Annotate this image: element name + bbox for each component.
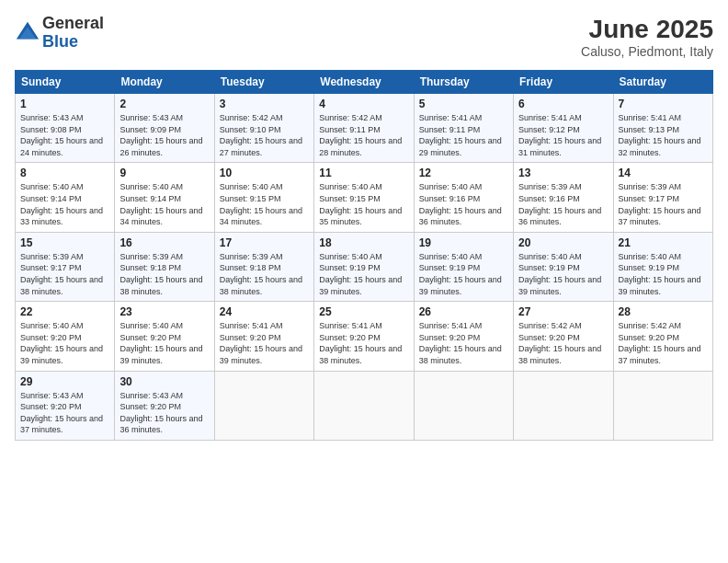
day-number: 21 bbox=[619, 236, 708, 249]
day-info: Sunrise: 5:41 AMSunset: 9:13 PMDaylight:… bbox=[619, 113, 701, 157]
day-number: 16 bbox=[119, 236, 209, 249]
day-number: 29 bbox=[20, 375, 109, 388]
day-info: Sunrise: 5:39 AMSunset: 9:18 PMDaylight:… bbox=[220, 252, 302, 296]
table-row: 1 Sunrise: 5:43 AMSunset: 9:08 PMDayligh… bbox=[16, 94, 115, 163]
logo: General Blue bbox=[15, 15, 104, 52]
table-row: 21 Sunrise: 5:40 AMSunset: 9:19 PMDaylig… bbox=[613, 232, 712, 301]
day-number: 13 bbox=[518, 167, 608, 179]
day-info: Sunrise: 5:42 AMSunset: 9:10 PMDaylight:… bbox=[220, 113, 302, 157]
day-number: 12 bbox=[419, 167, 508, 179]
day-number: 6 bbox=[518, 98, 608, 110]
calendar: Sunday Monday Tuesday Wednesday Thursday… bbox=[15, 70, 713, 441]
day-number: 19 bbox=[419, 236, 508, 249]
day-number: 17 bbox=[220, 236, 309, 249]
calendar-week-row: 29 Sunrise: 5:43 AMSunset: 9:20 PMDaylig… bbox=[16, 371, 713, 440]
logo-text: General Blue bbox=[42, 15, 104, 52]
table-row: 11 Sunrise: 5:40 AMSunset: 9:15 PMDaylig… bbox=[314, 163, 414, 232]
table-row: 20 Sunrise: 5:40 AMSunset: 9:19 PMDaylig… bbox=[514, 232, 613, 301]
day-number: 28 bbox=[619, 305, 708, 318]
day-info: Sunrise: 5:42 AMSunset: 9:20 PMDaylight:… bbox=[518, 321, 601, 365]
col-tuesday: Tuesday bbox=[214, 71, 313, 94]
day-number: 22 bbox=[20, 305, 109, 318]
day-info: Sunrise: 5:40 AMSunset: 9:20 PMDaylight:… bbox=[119, 321, 202, 365]
table-row: 28 Sunrise: 5:42 AMSunset: 9:20 PMDaylig… bbox=[613, 302, 712, 371]
day-number: 14 bbox=[619, 167, 708, 179]
table-row: 5 Sunrise: 5:41 AMSunset: 9:11 PMDayligh… bbox=[414, 94, 513, 163]
day-number: 4 bbox=[319, 98, 408, 110]
calendar-header-row: Sunday Monday Tuesday Wednesday Thursday… bbox=[16, 71, 713, 94]
table-row bbox=[214, 371, 313, 440]
table-row: 23 Sunrise: 5:40 AMSunset: 9:20 PMDaylig… bbox=[115, 302, 214, 371]
table-row: 15 Sunrise: 5:39 AMSunset: 9:17 PMDaylig… bbox=[16, 232, 115, 301]
table-row: 24 Sunrise: 5:41 AMSunset: 9:20 PMDaylig… bbox=[214, 302, 313, 371]
day-number: 20 bbox=[518, 236, 608, 249]
table-row: 16 Sunrise: 5:39 AMSunset: 9:18 PMDaylig… bbox=[115, 232, 214, 301]
location: Caluso, Piedmont, Italy bbox=[581, 44, 713, 59]
table-row bbox=[514, 371, 613, 440]
table-row: 30 Sunrise: 5:43 AMSunset: 9:20 PMDaylig… bbox=[115, 371, 214, 440]
day-number: 5 bbox=[419, 98, 508, 110]
day-info: Sunrise: 5:40 AMSunset: 9:19 PMDaylight:… bbox=[419, 252, 502, 296]
table-row bbox=[414, 371, 513, 440]
calendar-week-row: 22 Sunrise: 5:40 AMSunset: 9:20 PMDaylig… bbox=[16, 302, 713, 371]
col-monday: Monday bbox=[115, 71, 214, 94]
day-number: 18 bbox=[319, 236, 408, 249]
page: General Blue June 2025 Caluso, Piedmont,… bbox=[0, 0, 728, 563]
calendar-week-row: 8 Sunrise: 5:40 AMSunset: 9:14 PMDayligh… bbox=[16, 163, 713, 232]
day-info: Sunrise: 5:40 AMSunset: 9:14 PMDaylight:… bbox=[20, 182, 103, 226]
col-thursday: Thursday bbox=[414, 71, 513, 94]
day-info: Sunrise: 5:40 AMSunset: 9:19 PMDaylight:… bbox=[518, 252, 601, 296]
day-number: 3 bbox=[220, 98, 309, 110]
table-row: 2 Sunrise: 5:43 AMSunset: 9:09 PMDayligh… bbox=[115, 94, 214, 163]
day-number: 26 bbox=[419, 305, 508, 318]
header: General Blue June 2025 Caluso, Piedmont,… bbox=[15, 15, 713, 59]
day-info: Sunrise: 5:41 AMSunset: 9:20 PMDaylight:… bbox=[220, 321, 302, 365]
day-number: 15 bbox=[20, 236, 109, 249]
day-number: 9 bbox=[119, 167, 209, 179]
col-sunday: Sunday bbox=[16, 71, 115, 94]
table-row: 14 Sunrise: 5:39 AMSunset: 9:17 PMDaylig… bbox=[613, 163, 712, 232]
day-info: Sunrise: 5:40 AMSunset: 9:19 PMDaylight:… bbox=[619, 252, 701, 296]
table-row: 19 Sunrise: 5:40 AMSunset: 9:19 PMDaylig… bbox=[414, 232, 513, 301]
table-row: 10 Sunrise: 5:40 AMSunset: 9:15 PMDaylig… bbox=[214, 163, 313, 232]
day-number: 8 bbox=[20, 167, 109, 179]
table-row: 8 Sunrise: 5:40 AMSunset: 9:14 PMDayligh… bbox=[16, 163, 115, 232]
day-number: 23 bbox=[119, 305, 209, 318]
table-row: 26 Sunrise: 5:41 AMSunset: 9:20 PMDaylig… bbox=[414, 302, 513, 371]
day-info: Sunrise: 5:39 AMSunset: 9:17 PMDaylight:… bbox=[619, 182, 701, 226]
day-number: 7 bbox=[619, 98, 708, 110]
day-number: 10 bbox=[220, 167, 309, 179]
logo-blue: Blue bbox=[42, 33, 104, 52]
col-saturday: Saturday bbox=[613, 71, 712, 94]
table-row: 6 Sunrise: 5:41 AMSunset: 9:12 PMDayligh… bbox=[514, 94, 613, 163]
calendar-week-row: 1 Sunrise: 5:43 AMSunset: 9:08 PMDayligh… bbox=[16, 94, 713, 163]
day-info: Sunrise: 5:40 AMSunset: 9:15 PMDaylight:… bbox=[220, 182, 302, 226]
day-number: 2 bbox=[119, 98, 209, 110]
day-number: 24 bbox=[220, 305, 309, 318]
title-block: June 2025 Caluso, Piedmont, Italy bbox=[581, 15, 713, 59]
day-info: Sunrise: 5:40 AMSunset: 9:20 PMDaylight:… bbox=[20, 321, 103, 365]
day-info: Sunrise: 5:40 AMSunset: 9:19 PMDaylight:… bbox=[319, 252, 402, 296]
table-row: 13 Sunrise: 5:39 AMSunset: 9:16 PMDaylig… bbox=[514, 163, 613, 232]
day-info: Sunrise: 5:43 AMSunset: 9:20 PMDaylight:… bbox=[20, 391, 103, 435]
day-info: Sunrise: 5:42 AMSunset: 9:11 PMDaylight:… bbox=[319, 113, 402, 157]
table-row: 25 Sunrise: 5:41 AMSunset: 9:20 PMDaylig… bbox=[314, 302, 414, 371]
day-number: 11 bbox=[319, 167, 408, 179]
day-info: Sunrise: 5:40 AMSunset: 9:15 PMDaylight:… bbox=[319, 182, 402, 226]
day-info: Sunrise: 5:41 AMSunset: 9:12 PMDaylight:… bbox=[518, 113, 601, 157]
day-info: Sunrise: 5:42 AMSunset: 9:20 PMDaylight:… bbox=[619, 321, 701, 365]
table-row: 22 Sunrise: 5:40 AMSunset: 9:20 PMDaylig… bbox=[16, 302, 115, 371]
day-info: Sunrise: 5:43 AMSunset: 9:08 PMDaylight:… bbox=[20, 113, 103, 157]
col-wednesday: Wednesday bbox=[314, 71, 414, 94]
day-number: 27 bbox=[518, 305, 608, 318]
day-number: 1 bbox=[20, 98, 109, 110]
table-row: 7 Sunrise: 5:41 AMSunset: 9:13 PMDayligh… bbox=[613, 94, 712, 163]
day-info: Sunrise: 5:40 AMSunset: 9:14 PMDaylight:… bbox=[119, 182, 202, 226]
logo-icon bbox=[15, 20, 40, 46]
day-info: Sunrise: 5:39 AMSunset: 9:16 PMDaylight:… bbox=[518, 182, 601, 226]
day-info: Sunrise: 5:43 AMSunset: 9:09 PMDaylight:… bbox=[119, 113, 202, 157]
col-friday: Friday bbox=[514, 71, 613, 94]
day-number: 25 bbox=[319, 305, 408, 318]
table-row: 29 Sunrise: 5:43 AMSunset: 9:20 PMDaylig… bbox=[16, 371, 115, 440]
month-title: June 2025 bbox=[581, 15, 713, 44]
